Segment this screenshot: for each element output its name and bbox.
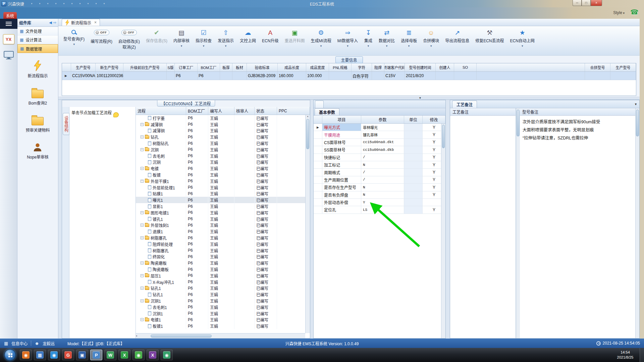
tab-new-process[interactable]: 新流程指示 × xyxy=(62,19,100,26)
param-row[interactable]: 是否存在生产型号 N Y xyxy=(314,184,445,191)
grid-cell[interactable]: 白色字符 xyxy=(352,72,372,80)
电镀[interactable]: 电镀 P6 王娟 已编写 xyxy=(136,165,305,172)
titlebar-icon[interactable] xyxy=(36,1,44,7)
ribbon-button[interactable]: ⇧ 发送指示 ▾ xyxy=(215,28,237,48)
toggle-switch[interactable]: OFF xyxy=(94,30,109,35)
param-column-header[interactable]: 项目 xyxy=(322,116,361,123)
param-value[interactable]: / xyxy=(361,176,404,183)
scroll-thumb[interactable] xyxy=(636,110,639,136)
grid-cell[interactable] xyxy=(436,72,454,80)
grid-column-header[interactable]: S版 xyxy=(167,63,175,71)
param-row[interactable]: 定位孔 LS Y xyxy=(314,206,445,214)
expand-toggle-icon[interactable] xyxy=(141,261,144,264)
退膜1[interactable]: 退膜1 P6 王娟 已编写 xyxy=(136,228,305,235)
grid-cell[interactable] xyxy=(167,72,175,80)
taskbar-app-misc[interactable]: ◉ xyxy=(161,350,173,360)
taskbar-app-explorer[interactable]: ▦ xyxy=(34,350,46,360)
grid-cell[interactable]: P6 xyxy=(198,72,220,80)
grid-column-header[interactable]: 成品宽度 xyxy=(306,63,329,71)
param-row[interactable]: 干膜用途 镀孔菲林 Y xyxy=(314,131,445,138)
param-value[interactable]: 镀孔菲林 xyxy=(361,131,404,138)
ribbon-button[interactable]: ↧ 集成 ▾ xyxy=(361,28,376,48)
expand-toggle-icon[interactable] xyxy=(141,224,144,227)
grid-cell[interactable]: 2021/8/20 xyxy=(405,72,436,80)
tab-basic-params[interactable]: 基本参数 xyxy=(315,108,339,115)
dropdown-arrow-icon[interactable]: ▾ xyxy=(347,44,348,48)
menu-icon[interactable] xyxy=(0,19,17,29)
ribbon-button[interactable]: OFF 启动修改(E) 取消(Z) ▾ xyxy=(115,28,143,55)
ribbon-button[interactable]: ☁ 文控上网 ▾ xyxy=(237,28,259,48)
grid-cell[interactable] xyxy=(220,72,232,80)
main-info-row[interactable]: CC15V00NA010011200023687P6P6GJB362B-2009… xyxy=(62,72,636,80)
titlebar-icon[interactable] xyxy=(92,1,100,7)
phone-icon[interactable]: ☎ xyxy=(630,8,639,16)
tree-column-header[interactable]: PPC xyxy=(277,107,310,115)
param-value[interactable]: cc15u00na0.dkb xyxy=(361,146,404,153)
板镀1[interactable]: 板镀1 P6 王娟 已编写 xyxy=(136,323,305,329)
param-column-header[interactable]: 参数 xyxy=(361,116,404,123)
grid-cell[interactable]: GJB362B-2009 xyxy=(247,72,278,80)
沉铜[interactable]: 沉铜 P6 王娟 已编写 xyxy=(136,146,305,153)
sidebar-item[interactable]: 文件处理 xyxy=(17,27,58,36)
expand-toggle-icon[interactable] xyxy=(141,236,144,239)
param-row[interactable]: 曝光方式 菲林曝光 Y xyxy=(314,124,445,131)
图形电镀1[interactable]: 图形电镀1 P6 王娟 已编写 xyxy=(136,209,305,216)
notes-scrollbar[interactable] xyxy=(635,108,639,338)
grid-cell[interactable]: CC15V00NA0 xyxy=(71,72,96,80)
ribbon-button[interactable]: ☺ 合拼模块 ▾ xyxy=(420,28,442,48)
ribbon-button[interactable]: ⚙ 生成MI流程 ▾ xyxy=(308,28,334,48)
taskbar-app-mail[interactable]: ◉ xyxy=(20,350,32,360)
panel-tab[interactable] xyxy=(332,101,340,108)
process-flow-title[interactable]: 【CC15V00NA0】工艺流程 xyxy=(157,100,215,107)
grid-cell[interactable]: 100.000 xyxy=(306,72,329,80)
沉铜1[interactable]: 沉铜1 P6 王娟 已编写 xyxy=(136,298,305,304)
titlebar-icon[interactable] xyxy=(44,1,52,7)
沉铜1[interactable]: 沉铜1 P6 王娟 已编写 xyxy=(136,310,305,317)
grid-column-header[interactable]: 订单工厂 xyxy=(175,63,198,71)
dropdown-arrow-icon[interactable]: ▾ xyxy=(430,44,432,48)
taskbar-app-eds[interactable]: P xyxy=(90,350,102,360)
nav-forward-icon[interactable]: ⇨ xyxy=(53,20,56,25)
tree-column-header[interactable]: BOM工厂 xyxy=(186,107,208,115)
nav-back-icon[interactable]: ◀ xyxy=(49,20,52,25)
expand-toggle-icon[interactable] xyxy=(141,274,144,277)
grid-column-header[interactable]: 验收标准 xyxy=(247,63,278,71)
grid-column-header[interactable]: 板材 xyxy=(232,63,247,71)
grid-column-header[interactable]: 生产型号 xyxy=(610,63,636,71)
ribbon-button[interactable]: ▤ 内部审核 ▾ xyxy=(170,28,193,48)
minimize-button[interactable]: ─ xyxy=(573,0,582,6)
ribbon-button[interactable]: A ECN升级 ▾ xyxy=(259,28,281,48)
去毛刺[interactable]: 去毛刺 P6 王娟 已编写 xyxy=(136,153,305,159)
param-value[interactable]: N xyxy=(361,184,404,191)
dropdown-arrow-icon[interactable]: ▾ xyxy=(408,44,410,48)
taskbar-app-browser[interactable]: ◉ xyxy=(48,350,60,360)
grid-column-header[interactable]: SO xyxy=(454,63,477,71)
grid-cell[interactable]: P6 xyxy=(175,72,198,80)
tree-column-header[interactable]: 编写人 xyxy=(208,107,234,115)
sidebar-item[interactable]: 设计算法 xyxy=(17,36,58,44)
grid-cell[interactable] xyxy=(585,72,610,80)
ribbon-button[interactable]: ⇒ MI数据导入 ▾ xyxy=(334,28,361,48)
tree-horizontal-scrollbar[interactable]: ◂ xyxy=(136,333,305,338)
taskbar-app-capture[interactable]: ◉ xyxy=(132,350,145,360)
dropdown-arrow-icon[interactable]: ▾ xyxy=(73,43,75,46)
params-vertical-scrollbar[interactable] xyxy=(441,124,445,338)
ribbon-button[interactable]: ☑ 指示检查 ▾ xyxy=(193,28,215,48)
ribbon-button[interactable]: ★ ECN自动上网 ▾ xyxy=(507,28,538,48)
grid-column-header[interactable]: 升级前旧生产型号 xyxy=(123,63,167,71)
外层干膜1[interactable]: 外层干膜1 P6 王娟 已编写 xyxy=(136,178,305,184)
titlebar-icon[interactable] xyxy=(68,1,76,7)
panel-tab[interactable] xyxy=(315,101,324,108)
model-notes-body[interactable]: 次外层介质厚度技不满足国军标90um接受大面积喷锡要求表面平整，无明显划痕“拉伸… xyxy=(520,116,635,338)
外层前处理1[interactable]: 外层前处理1 P6 王娟 已编写 xyxy=(136,184,305,191)
expand-toggle-icon[interactable] xyxy=(141,135,144,138)
sidebar-shortcut[interactable]: 预审关键物料 xyxy=(25,115,50,133)
dropdown-arrow-icon[interactable]: ▾ xyxy=(522,44,523,48)
沉铜[interactable]: 沉铜 P6 王娟 已编写 xyxy=(136,159,305,166)
dropdown-arrow-icon[interactable]: ▾ xyxy=(225,44,227,48)
ribbon-button[interactable]: ⚒ 修复ECN丢流程 ▾ xyxy=(472,28,507,48)
param-value[interactable]: / xyxy=(361,169,404,176)
终固化[interactable]: 终固化 P6 王娟 已编写 xyxy=(136,254,305,260)
maximize-button[interactable]: □ xyxy=(582,0,591,6)
X-Ray冲孔1[interactable]: X-Ray冲孔1 P6 王娟 已编写 xyxy=(136,279,305,285)
